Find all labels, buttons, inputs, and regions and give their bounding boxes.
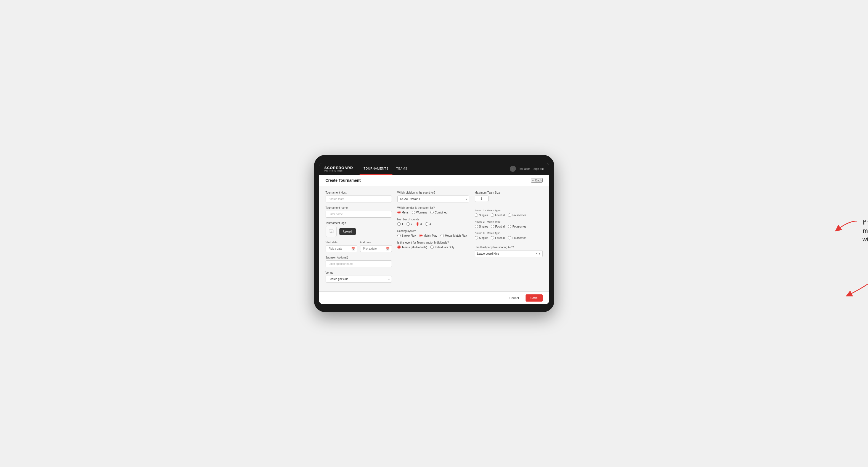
round2-match-label: Round 2 - Match Type [475,220,543,223]
start-date-label: Start date [326,241,358,244]
gender-group: Which gender is the event for? Mens Wome… [397,206,469,214]
scoring-stroke-radio[interactable] [397,234,401,237]
round1-fourball[interactable]: Fourball [491,214,505,217]
api-select-wrapper: Leaderboard King ✕ ▾ [475,250,543,257]
individuals-option[interactable]: Individuals Only [430,246,454,249]
page-title: Create Tournament [326,178,361,183]
round1-foursomes-radio[interactable] [508,214,511,217]
gender-womens-radio[interactable] [412,211,415,214]
round3-fourball[interactable]: Fourball [491,236,505,240]
end-date-label: End date [360,241,392,244]
round-3-radio[interactable] [416,222,419,226]
round1-fourball-radio[interactable] [491,214,494,217]
venue-select[interactable]: Search golf club [326,276,392,282]
round-2-radio[interactable] [406,222,410,226]
gender-mens[interactable]: Mens [397,211,408,214]
scoring-match-label: Match Play [424,234,437,237]
round1-singles[interactable]: Singles [475,214,488,217]
round2-fourball[interactable]: Fourball [491,225,505,228]
api-close-btn[interactable]: ✕ [535,252,538,255]
round3-singles[interactable]: Singles [475,236,488,240]
gender-combined[interactable]: Combined [430,211,447,214]
round2-foursomes-radio[interactable] [508,225,511,228]
round1-singles-label: Singles [479,214,488,217]
teams-option[interactable]: Teams (+Individuals) [397,246,427,249]
tournament-name-input[interactable] [326,211,392,218]
scoring-medal-radio[interactable] [440,234,444,237]
upload-button[interactable]: Upload [339,228,356,235]
nav-tournaments[interactable]: TOURNAMENTS [360,163,392,175]
gender-womens[interactable]: Womens [412,211,427,214]
signout-link[interactable]: Sign out [533,167,544,170]
navbar: SCOREBOARD Powered by clippit TOURNAMENT… [319,163,549,175]
round1-singles-radio[interactable] [475,214,478,217]
tournament-name-group: Tournament name [326,206,392,218]
rounds-radio-group: 1 2 3 [397,222,469,226]
form-col-mid: Which division is the event for? NCAA Di… [397,191,469,286]
annotation-right: If you are creating a matchplay event, y… [863,218,868,244]
scoring-medal[interactable]: Medal Match Play [440,234,467,237]
round3-foursomes[interactable]: Foursomes [508,236,526,240]
max-team-size-input[interactable] [475,195,489,202]
sponsor-input[interactable] [326,260,392,267]
cancel-button[interactable]: Cancel [506,295,523,301]
nav-teams[interactable]: TEAMS [393,163,411,175]
round3-match-types: Singles Fourball Foursomes [475,236,543,240]
tournament-logo-group: Tournament logo Upload [326,221,392,237]
logo-area: Upload [326,226,392,237]
round2-singles-radio[interactable] [475,225,478,228]
round3-fourball-label: Fourball [495,237,505,240]
venue-label: Venue [326,271,392,274]
tournament-host-input[interactable] [326,195,392,203]
api-group: Use third-party live scoring API? Leader… [475,246,543,257]
start-date-group: Start date 📅 [326,241,358,252]
scoring-match[interactable]: Match Play [419,234,437,237]
round3-singles-radio[interactable] [475,236,478,240]
round-3[interactable]: 3 [416,222,422,226]
scoring-stroke[interactable]: Stroke Play [397,234,416,237]
round2-singles-label: Singles [479,225,488,228]
venue-select-wrapper: Search golf club [326,276,392,282]
form-col-right: Maximum Team Size Round 1 - Match Type S… [475,191,543,286]
round-1[interactable]: 1 [397,222,403,226]
scoring-match-radio[interactable] [419,234,423,237]
round-2-label: 2 [411,223,412,226]
arrow-matchplay [832,218,860,235]
arrow-save [843,281,868,298]
scoring-stroke-label: Stroke Play [402,234,416,237]
division-select[interactable]: NCAA Division I [397,195,469,203]
round2-foursomes[interactable]: Foursomes [508,225,526,228]
annotation-matchplay-text: If you are creating a matchplay event, y… [863,218,868,244]
teams-radio[interactable] [397,246,401,249]
round3-fourball-radio[interactable] [491,236,494,240]
gender-combined-label: Combined [435,211,447,214]
gender-mens-label: Mens [402,211,408,214]
individuals-radio[interactable] [430,246,434,249]
round3-match-section: Round 3 - Match Type Singles Fourball [475,231,543,240]
tournament-host-label: Tournament Host [326,191,392,194]
round1-foursomes[interactable]: Foursomes [508,214,526,217]
round-4[interactable]: 4 [425,222,431,226]
division-label: Which division is the event for? [397,191,469,194]
save-button[interactable]: Save [526,294,543,302]
round2-fourball-radio[interactable] [491,225,494,228]
gender-combined-radio[interactable] [430,211,434,214]
round-4-radio[interactable] [425,222,428,226]
round-1-label: 1 [402,223,403,226]
logo-placeholder [326,226,337,237]
page-header: Create Tournament ← Back [319,175,549,186]
round2-singles[interactable]: Singles [475,225,488,228]
round-2[interactable]: 2 [406,222,412,226]
tournament-logo-label: Tournament logo [326,221,392,224]
navbar-right: T Test User | Sign out [510,166,544,172]
round-1-radio[interactable] [397,222,401,226]
api-select-value: Leaderboard King [477,252,535,255]
rounds-label: Number of rounds [397,218,469,221]
gender-mens-radio[interactable] [397,211,401,214]
division-group: Which division is the event for? NCAA Di… [397,191,469,203]
calendar-icon-end: 📅 [386,247,390,250]
back-button[interactable]: ← Back [531,178,543,183]
brand: SCOREBOARD Powered by clippit [324,166,353,172]
start-date-wrapper: 📅 [326,245,358,252]
round3-foursomes-radio[interactable] [508,236,511,240]
